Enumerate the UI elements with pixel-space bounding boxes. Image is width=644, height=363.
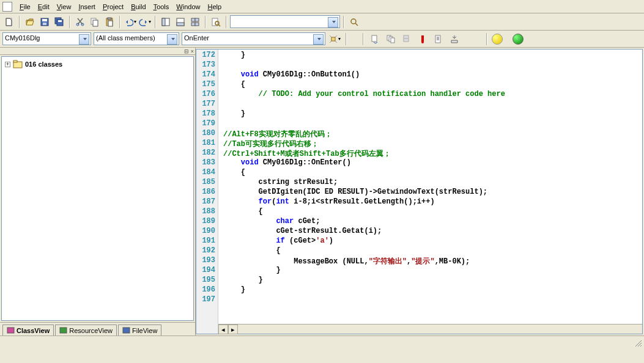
- line-gutter: 1721731741751761771781791801811821831841…: [196, 50, 218, 334]
- svg-rect-36: [7, 328, 14, 333]
- menu-tools[interactable]: Tools: [150, 2, 173, 12]
- code-line[interactable]: if (cGet>'a'): [223, 237, 637, 246]
- menu-build[interactable]: Build: [127, 2, 149, 12]
- expand-icon[interactable]: +: [5, 62, 10, 67]
- workspace-button[interactable]: [159, 15, 172, 29]
- code-line[interactable]: }: [223, 285, 637, 295]
- svg-rect-19: [195, 18, 199, 21]
- svg-rect-20: [191, 23, 195, 26]
- menu-insert[interactable]: Insert: [75, 2, 99, 12]
- open-button[interactable]: [23, 15, 37, 29]
- tab-fileview[interactable]: FileView: [118, 324, 161, 336]
- code-line[interactable]: for(int i-8;i<strResult.GetLength();i++): [223, 197, 637, 207]
- tab-resourceview[interactable]: ResourceView: [55, 324, 117, 336]
- cut-button[interactable]: [73, 15, 87, 29]
- paste-button[interactable]: [103, 15, 116, 29]
- breakpoint-button[interactable]: [448, 32, 461, 46]
- code-line[interactable]: MessageBox (NULL,"字符输出","提示",MB-0K);: [223, 256, 637, 266]
- code-line[interactable]: //Alt+F8实现对齐零乱的代码；: [223, 129, 637, 139]
- svg-rect-3: [43, 23, 46, 25]
- app-icon: [2, 2, 12, 12]
- svg-rect-2: [42, 19, 47, 21]
- svg-rect-18: [191, 18, 195, 21]
- menu-bar: FileEditViewInsertProjectBuildToolsWindo…: [0, 0, 644, 13]
- scroll-left-button[interactable]: ◂: [218, 324, 228, 334]
- smiley-green-icon[interactable]: [513, 34, 524, 45]
- find-button[interactable]: [347, 15, 361, 29]
- menu-file[interactable]: File: [16, 2, 34, 12]
- code-line[interactable]: [223, 61, 637, 70]
- code-line[interactable]: char cGet;: [223, 217, 637, 227]
- window-list-button[interactable]: [188, 15, 202, 29]
- tab-classview[interactable]: ClassView: [2, 324, 54, 336]
- build-all-button[interactable]: [384, 32, 398, 46]
- svg-rect-31: [421, 35, 424, 42]
- find-in-files-button[interactable]: [209, 15, 223, 29]
- resize-grip-icon[interactable]: [632, 337, 644, 348]
- execute-button[interactable]: [416, 32, 429, 46]
- svg-rect-33: [435, 35, 440, 43]
- new-text-file-button[interactable]: [2, 15, 16, 29]
- menu-window[interactable]: Window: [172, 2, 204, 12]
- menu-edit[interactable]: Edit: [34, 2, 53, 12]
- tree-root-label: 016 classes: [25, 61, 62, 68]
- menu-view[interactable]: View: [53, 2, 75, 12]
- stop-build-button[interactable]: [400, 32, 413, 46]
- panel-grip[interactable]: ⊟ ×: [0, 48, 195, 55]
- svg-rect-10: [93, 20, 98, 26]
- go-button[interactable]: [432, 32, 445, 46]
- code-line[interactable]: [223, 100, 637, 109]
- find-combo[interactable]: [230, 15, 340, 28]
- code-line[interactable]: {: [223, 207, 637, 217]
- redo-button[interactable]: ▾: [138, 15, 152, 29]
- code-area[interactable]: } void CMy016Dlg::OnButton1() { // TODO:…: [218, 50, 642, 334]
- save-button[interactable]: [38, 15, 51, 29]
- code-line[interactable]: }: [223, 51, 637, 61]
- code-line[interactable]: {: [223, 246, 637, 256]
- wizard-bar: CMy016Dlg (All class members) OnEnter ▾: [0, 31, 644, 48]
- class-combo[interactable]: CMy016Dlg: [2, 32, 91, 45]
- code-line[interactable]: GetDIgiten(IDC ED RESULT)->GetwindowText…: [223, 188, 637, 197]
- svg-rect-29: [391, 38, 394, 43]
- class-tree[interactable]: + 016 classes: [1, 56, 194, 321]
- svg-rect-17: [177, 23, 184, 26]
- code-line[interactable]: {: [223, 80, 637, 90]
- menu-project[interactable]: Project: [99, 2, 127, 12]
- file-icon: [122, 326, 130, 334]
- tree-root[interactable]: + 016 classes: [4, 59, 191, 69]
- save-all-button[interactable]: [53, 15, 66, 29]
- horizontal-scrollbar[interactable]: ◂ ▸: [218, 324, 642, 334]
- code-line[interactable]: {: [223, 168, 637, 178]
- menu-help[interactable]: Help: [204, 2, 225, 12]
- code-line[interactable]: void CMy016Dlg::OnEnter(): [223, 158, 637, 168]
- svg-rect-26: [372, 35, 377, 42]
- code-editor[interactable]: 1721731741751761771781791801811821831841…: [196, 49, 643, 334]
- code-line[interactable]: //Tab可实现多行代码右移；: [223, 139, 637, 148]
- filter-combo[interactable]: (All class members): [94, 32, 179, 45]
- smiley-yellow-icon[interactable]: [492, 34, 503, 45]
- output-button[interactable]: [174, 15, 187, 29]
- code-line[interactable]: // TODO: Add your control notification h…: [223, 90, 637, 100]
- code-line[interactable]: }: [223, 276, 637, 285]
- copy-button[interactable]: [88, 15, 102, 29]
- standard-toolbar: ▾ ▾: [0, 13, 644, 31]
- svg-rect-37: [60, 328, 67, 333]
- code-line[interactable]: cGet-strResult.Getat(i);: [223, 227, 637, 237]
- workspace-tabs: ClassViewResourceViewFileView: [0, 322, 195, 336]
- code-line[interactable]: [223, 119, 637, 129]
- build-button[interactable]: [368, 32, 382, 46]
- code-line[interactable]: }: [223, 109, 637, 119]
- wizard-action-button[interactable]: ▾: [328, 32, 341, 46]
- code-line[interactable]: //Ctrl+Shift+M或者Shift+Tab多行代码左翼；: [223, 148, 637, 158]
- code-line[interactable]: }: [223, 266, 637, 276]
- undo-button[interactable]: ▾: [124, 15, 137, 29]
- code-line[interactable]: [223, 295, 637, 305]
- svg-rect-22: [212, 18, 218, 26]
- member-combo[interactable]: OnEnter: [182, 32, 325, 45]
- scroll-right-button[interactable]: ▸: [228, 324, 238, 334]
- code-line[interactable]: cstring strResult;: [223, 178, 637, 188]
- code-line[interactable]: void CMy016Dlg::OnButton1(): [223, 70, 637, 80]
- svg-rect-25: [331, 37, 335, 41]
- workspace-panel: ⊟ × + 016 classes ClassViewResourceViewF…: [0, 48, 196, 336]
- svg-rect-12: [108, 18, 111, 20]
